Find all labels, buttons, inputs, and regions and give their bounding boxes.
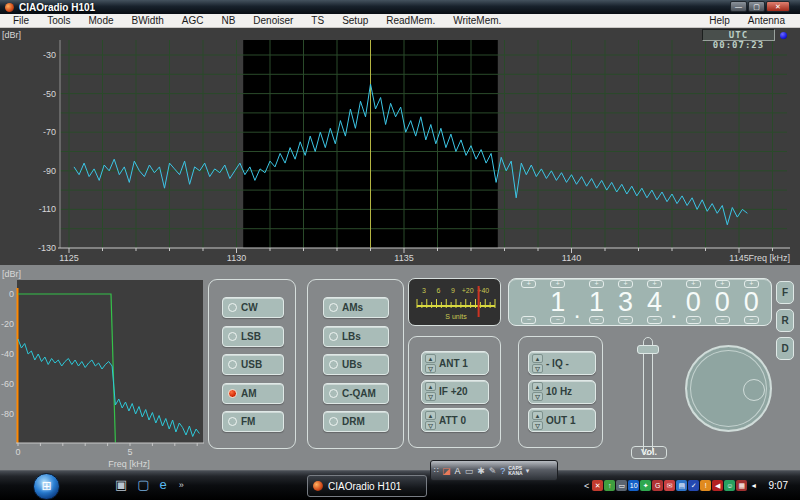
spin-down-icon[interactable]: ▽ bbox=[425, 364, 436, 373]
mode-group-digital: AMsLBsUBsC-QAMDRM bbox=[307, 279, 404, 449]
digit-down-button[interactable]: − bbox=[744, 316, 759, 324]
tray-icon-8[interactable]: ▤ bbox=[676, 480, 687, 491]
spin-down-icon[interactable]: ▽ bbox=[425, 392, 436, 401]
tray-icon-5[interactable]: ✦ bbox=[640, 480, 651, 491]
tray-icon-11[interactable]: ◀ bbox=[712, 480, 723, 491]
spin-up-icon[interactable]: ▲ bbox=[425, 411, 436, 420]
langbar-icon-6[interactable]: ? bbox=[500, 466, 505, 476]
tray-chevron-icon[interactable]: < bbox=[584, 481, 589, 491]
quicklaunch-chevron-icon[interactable]: » bbox=[179, 480, 184, 490]
control-button-att0[interactable]: ▲▽ATT 0 bbox=[421, 408, 489, 432]
mode-button-am[interactable]: AM bbox=[222, 383, 284, 404]
tray-icon-14[interactable]: ◄ bbox=[748, 480, 759, 491]
menu-item-setup[interactable]: Setup bbox=[333, 14, 377, 27]
tray-icon-9[interactable]: ✓ bbox=[688, 480, 699, 491]
mode-button-c-qam[interactable]: C-QAM bbox=[323, 383, 389, 404]
langbar-icon-3[interactable]: ▭ bbox=[465, 466, 474, 476]
menu-item-writemem[interactable]: WriteMem. bbox=[444, 14, 510, 27]
digit-down-button[interactable]: − bbox=[618, 316, 633, 324]
control-button-out1[interactable]: ▲▽OUT 1 bbox=[528, 408, 596, 432]
mode-button-ams[interactable]: AMs bbox=[323, 297, 389, 318]
quicklaunch-icon-3[interactable]: e bbox=[160, 477, 167, 493]
spin-down-icon[interactable]: ▽ bbox=[425, 421, 436, 430]
menu-item-file[interactable]: File bbox=[4, 14, 38, 27]
mode-label: LBs bbox=[342, 331, 361, 342]
close-button[interactable]: ✕ bbox=[766, 1, 790, 12]
spin-up-icon[interactable]: ▲ bbox=[532, 382, 543, 391]
mode-button-lbs[interactable]: LBs bbox=[323, 326, 389, 347]
maximize-button[interactable]: ▢ bbox=[748, 1, 765, 12]
rf-spectrum-chart[interactable]: 11251130113511401145-30-50-70-90-110-130… bbox=[0, 28, 800, 265]
tray-icon-13[interactable]: ▦ bbox=[736, 480, 747, 491]
langbar-icon-1[interactable]: ◪ bbox=[442, 466, 451, 476]
volume-slider-handle[interactable] bbox=[637, 345, 659, 354]
digit-column: +3− bbox=[613, 280, 639, 324]
menu-item-agc[interactable]: AGC bbox=[173, 14, 213, 27]
side-button-d[interactable]: D bbox=[776, 337, 794, 360]
side-button-f[interactable]: F bbox=[776, 281, 794, 304]
menu-item-tools[interactable]: Tools bbox=[38, 14, 79, 27]
spin-down-icon[interactable]: ▽ bbox=[532, 421, 543, 430]
digit-down-button[interactable]: − bbox=[715, 316, 730, 324]
control-button-ant1[interactable]: ▲▽ANT 1 bbox=[421, 351, 489, 375]
menu-item-denoiser[interactable]: Denoiser bbox=[244, 14, 302, 27]
taskbar-clock[interactable]: 9:07 bbox=[769, 480, 788, 491]
langbar-grip[interactable]: ∷ bbox=[434, 466, 439, 475]
control-button-if20[interactable]: ▲▽IF +20 bbox=[421, 380, 489, 404]
digit-column: +1− bbox=[584, 280, 610, 324]
tray-icon-6[interactable]: G bbox=[652, 480, 663, 491]
minimize-button[interactable]: — bbox=[730, 1, 747, 12]
mode-button-lsb[interactable]: LSB bbox=[222, 326, 284, 347]
kana-label[interactable]: KANA bbox=[508, 471, 522, 476]
af-spectrum-chart[interactable]: 050-20-40-60-80[dBr]Freq [kHz] bbox=[0, 268, 207, 473]
digit-value: 0 bbox=[686, 288, 701, 316]
digit-down-button[interactable]: − bbox=[550, 316, 565, 324]
taskbar-app-button[interactable]: CIAOradio H101 bbox=[307, 475, 427, 497]
mode-button-ubs[interactable]: UBs bbox=[323, 354, 389, 375]
digit-down-button[interactable]: − bbox=[686, 316, 701, 324]
tuning-knob[interactable] bbox=[685, 345, 772, 432]
side-button-r[interactable]: R bbox=[776, 309, 794, 332]
spin-up-icon[interactable]: ▲ bbox=[532, 411, 543, 420]
digit-down-button[interactable]: − bbox=[521, 316, 536, 324]
start-button[interactable]: ⊞ bbox=[33, 473, 60, 500]
mode-button-cw[interactable]: CW bbox=[222, 297, 284, 318]
digit-down-button[interactable]: − bbox=[589, 316, 604, 324]
langbar-arrow-icon[interactable]: ▾ bbox=[526, 467, 530, 475]
langbar-icon-4[interactable]: ✱ bbox=[477, 466, 485, 476]
control-button-iq[interactable]: ▲▽- IQ - bbox=[528, 351, 596, 375]
quicklaunch-icon-1[interactable]: ▣ bbox=[115, 477, 127, 493]
spin-up-icon[interactable]: ▲ bbox=[532, 354, 543, 363]
tray-icon-3[interactable]: ▭ bbox=[616, 480, 627, 491]
menu-item-readmem[interactable]: ReadMem. bbox=[377, 14, 444, 27]
quicklaunch-icon-2[interactable]: ▢ bbox=[137, 477, 149, 493]
mode-button-fm[interactable]: FM bbox=[222, 411, 284, 432]
tray-icon-7[interactable]: ✉ bbox=[664, 480, 675, 491]
tray-icon-4[interactable]: 10 bbox=[628, 480, 639, 491]
volume-slider-track[interactable] bbox=[643, 337, 653, 455]
menu-item-nb[interactable]: NB bbox=[212, 14, 244, 27]
control-label: IF +20 bbox=[439, 386, 468, 397]
tray-icon-12[interactable]: ☺ bbox=[724, 480, 735, 491]
langbar-icon-5[interactable]: ✎ bbox=[489, 466, 497, 476]
svg-text:+20: +20 bbox=[462, 287, 474, 294]
langbar-icon-2[interactable]: A bbox=[455, 466, 461, 476]
mode-button-usb[interactable]: USB bbox=[222, 354, 284, 375]
digit-down-button[interactable]: − bbox=[647, 316, 662, 324]
control-button-10hz[interactable]: ▲▽10 Hz bbox=[528, 380, 596, 404]
mode-led-usb bbox=[228, 360, 237, 369]
tray-icon-2[interactable]: ↑ bbox=[604, 480, 615, 491]
menu-item-mode[interactable]: Mode bbox=[79, 14, 122, 27]
tray-icon-1[interactable]: ✕ bbox=[592, 480, 603, 491]
svg-text:S units: S units bbox=[445, 313, 467, 320]
spin-up-icon[interactable]: ▲ bbox=[425, 354, 436, 363]
spin-up-icon[interactable]: ▲ bbox=[425, 382, 436, 391]
spin-down-icon[interactable]: ▽ bbox=[532, 364, 543, 373]
menu-item-bwidth[interactable]: BWidth bbox=[123, 14, 173, 27]
spin-down-icon[interactable]: ▽ bbox=[532, 392, 543, 401]
mode-button-drm[interactable]: DRM bbox=[323, 411, 389, 432]
tray-icon-10[interactable]: ! bbox=[700, 480, 711, 491]
menu-item-ts[interactable]: TS bbox=[302, 14, 333, 27]
menu-item-antenna[interactable]: Antenna bbox=[739, 14, 794, 27]
menu-item-help[interactable]: Help bbox=[700, 14, 739, 27]
